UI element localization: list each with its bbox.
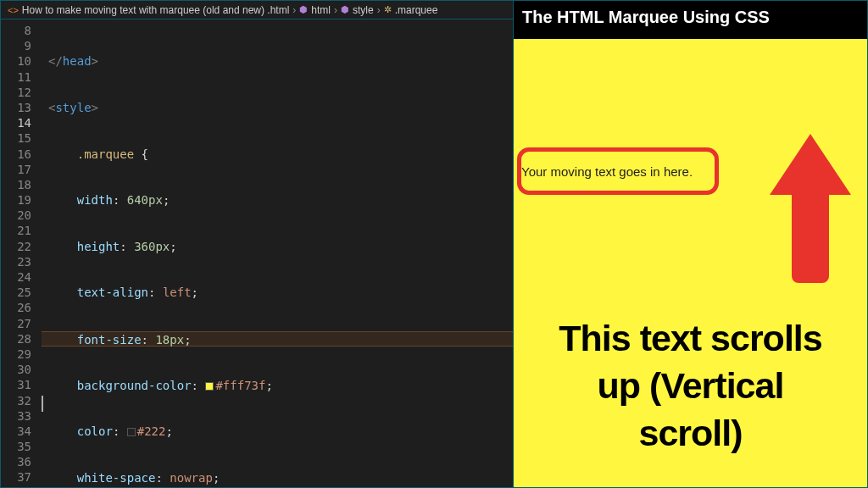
line-number: 27	[1, 316, 31, 331]
breadcrumb-sep: ›	[292, 4, 296, 16]
style-icon: ⬢	[341, 4, 349, 15]
preview-pane: The HTML Marquee Using CSS Your moving t…	[514, 1, 867, 487]
annotation-caption: This text scrolls up (Vertical scroll)	[514, 315, 867, 458]
line-number: 8	[1, 23, 31, 38]
line-number: 28	[1, 331, 31, 347]
line-number: 32	[1, 393, 31, 408]
line-number: 12	[1, 85, 31, 100]
code-area: 8910111213141516171819202122232425262728…	[1, 19, 513, 487]
line-number: 31	[1, 377, 31, 392]
breadcrumb-sep: ›	[377, 4, 381, 16]
selector-icon: ✲	[384, 4, 392, 15]
code-editor[interactable]: </head> <style> .marquee { width: 640px;…	[42, 19, 513, 487]
html-icon: ⬢	[299, 4, 308, 15]
breadcrumb-file[interactable]: How to make moving text with marquee (ol…	[22, 4, 289, 16]
line-number: 35	[1, 439, 31, 454]
line-number: 17	[1, 162, 31, 177]
color-swatch-icon[interactable]	[127, 428, 136, 436]
preview-body: Your moving text goes in here. This text…	[514, 39, 867, 487]
line-number: 18	[1, 177, 31, 192]
editor-pane: <> How to make moving text with marquee …	[1, 1, 514, 487]
line-number: 33	[1, 408, 31, 424]
breadcrumb[interactable]: <> How to make moving text with marquee …	[1, 1, 513, 19]
breadcrumb-sep: ›	[334, 4, 337, 16]
line-number: 25	[1, 285, 31, 300]
line-number-gutter: 8910111213141516171819202122232425262728…	[1, 19, 42, 487]
line-number: 10	[1, 53, 31, 69]
line-number: 13	[1, 100, 31, 115]
line-number: 15	[1, 130, 31, 146]
line-number: 23	[1, 254, 31, 269]
breadcrumb-html[interactable]: html	[311, 4, 331, 16]
breadcrumb-selector[interactable]: .marquee	[395, 4, 438, 16]
line-number: 20	[1, 208, 31, 223]
file-icon: <>	[8, 5, 19, 15]
line-number: 30	[1, 362, 31, 377]
line-number: 29	[1, 347, 31, 362]
line-number: 24	[1, 269, 31, 285]
marquee-text: Your moving text goes in here.	[521, 164, 693, 179]
line-number: 14	[1, 115, 31, 130]
preview-title: The HTML Marquee Using CSS	[514, 1, 867, 39]
line-number: 9	[1, 38, 31, 53]
line-number: 21	[1, 223, 31, 238]
cursor-icon	[42, 396, 43, 412]
marquee-highlight-box: Your moving text goes in here.	[517, 147, 719, 195]
line-number: 34	[1, 424, 31, 439]
line-number: 11	[1, 69, 31, 85]
line-number: 22	[1, 239, 31, 254]
color-swatch-icon[interactable]	[205, 382, 214, 391]
line-number: 36	[1, 454, 31, 469]
line-number: 37	[1, 469, 31, 485]
active-line[interactable]: font-size: 18px;	[42, 331, 513, 347]
arrow-up-icon	[772, 134, 849, 286]
breadcrumb-style[interactable]: style	[353, 4, 374, 16]
line-number: 26	[1, 300, 31, 315]
line-number: 16	[1, 147, 31, 162]
line-number: 19	[1, 192, 31, 208]
